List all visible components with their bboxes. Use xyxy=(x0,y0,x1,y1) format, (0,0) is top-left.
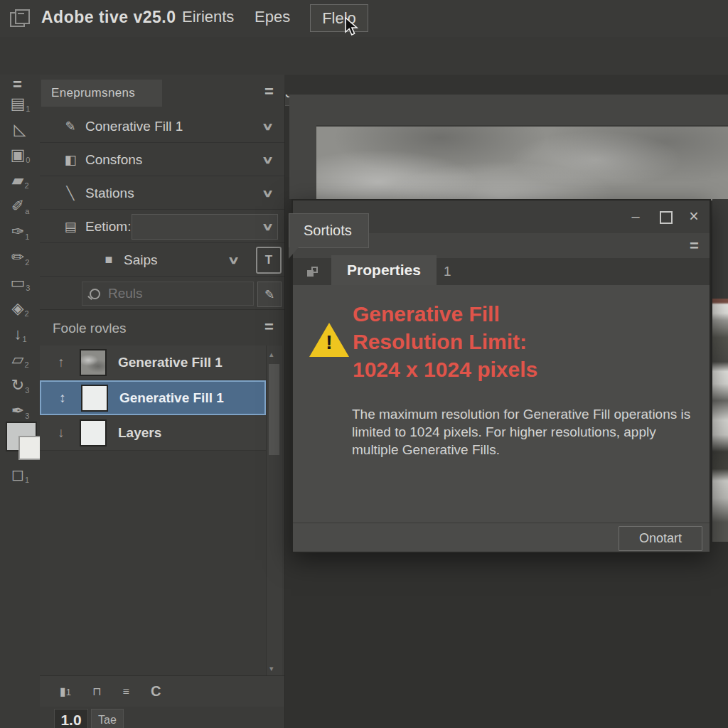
panel-row-saips[interactable]: ■ Saips ∨ T xyxy=(40,244,284,277)
dialog-hamburger-icon[interactable]: = xyxy=(690,240,699,252)
lines-icon[interactable]: ≡ xyxy=(123,685,129,698)
menu-bar: Adobe tive v25.0 Eirients Epes Flelo xyxy=(0,0,728,38)
photoshop-window: Adobe tive v25.0 Eirients Epes Flelo ⊡ :… xyxy=(0,0,728,728)
row-label: Eetiom: xyxy=(85,219,131,235)
tool-rotate[interactable]: ↻3 xyxy=(0,375,40,399)
panel-status-strip: ▮1 ⊓ ≡ C xyxy=(40,675,284,707)
mouse-cursor xyxy=(345,17,360,37)
body-line: limited to 1024 pixels. For higher resol… xyxy=(352,423,690,441)
panel-row-consfons[interactable]: ◧ Consfons ∨ xyxy=(40,144,284,176)
square-icon: ■ xyxy=(100,252,118,267)
app-title: Adobe tive v25.0 xyxy=(41,8,176,27)
dialog-body-text: The maximum resolution for Generative Fi… xyxy=(352,405,690,459)
row-label: Saips xyxy=(124,252,158,268)
confirm-button[interactable]: Onotart xyxy=(619,526,702,551)
canvas-image-sliver xyxy=(712,299,728,542)
tool-tiles[interactable]: ▤1 xyxy=(0,93,40,117)
tool-brush[interactable]: ✐a xyxy=(0,196,40,220)
line-icon: ╲ xyxy=(61,186,80,201)
crop-small-icon[interactable]: ⊓ xyxy=(92,685,101,698)
tool-shapes[interactable]: ◈2 xyxy=(0,298,40,322)
panel-hamburger-icon[interactable]: = xyxy=(264,86,274,97)
zoom-level[interactable]: 1.0 xyxy=(54,709,88,728)
layer-name: Generative Fill 1 xyxy=(118,355,223,370)
pen-icon: ✎ xyxy=(61,119,80,134)
search-input[interactable] xyxy=(107,285,230,302)
scroll-up-icon[interactable]: ▴ xyxy=(269,350,274,359)
layer-row-1[interactable]: ↑ Generative Fill 1 xyxy=(40,346,266,380)
canvas-top-strip xyxy=(284,75,728,95)
tab-properties[interactable]: Properties xyxy=(331,255,437,285)
zoom-status-row: 1.0 Tae xyxy=(40,707,284,728)
toolbar-hamburger-icon[interactable]: = xyxy=(13,79,22,90)
tools-sidebar: = ▤1 ◺ ▣0 ▰2 ✐a ✑1 ✏2 ▭3 ◈2 ↓1 ▱2 ↻3 ✒3 … xyxy=(0,75,41,728)
document-icon[interactable]: ▮1 xyxy=(60,685,71,698)
tool-knife[interactable]: ✒3 xyxy=(0,400,40,424)
tool-transform[interactable]: ◻1 xyxy=(0,464,40,488)
chevron-down-icon[interactable]: ∨ xyxy=(262,154,274,166)
eetiom-dropdown[interactable]: ∨ xyxy=(132,214,278,240)
tool-folder[interactable]: ▱2 xyxy=(0,349,40,373)
dialog-tab-row: Properties 1 xyxy=(293,258,710,285)
layer-thumbnail[interactable] xyxy=(80,419,107,446)
tab-sortiots[interactable]: Sortiots xyxy=(289,213,369,248)
title-line: Generative Fill xyxy=(353,300,537,328)
tool-document[interactable]: ▣0 xyxy=(0,144,40,168)
scrollbar-thumb[interactable] xyxy=(269,364,279,455)
panel-row-generative-fill[interactable]: ✎ Conerative Fill 1 ∨ xyxy=(40,110,284,143)
tool-pencil[interactable]: ✏2 xyxy=(0,247,40,271)
scroll-down-icon[interactable]: ▾ xyxy=(269,664,274,673)
tool-eraser[interactable]: ▰2 xyxy=(0,170,40,194)
layer-thumbnail[interactable] xyxy=(81,385,108,412)
panel-row-stations[interactable]: ╲ Stations ∨ xyxy=(40,177,284,210)
layers-scrollbar[interactable]: ▴ ▾ xyxy=(266,346,282,680)
layers-panel-header: Foole rovles xyxy=(40,313,284,344)
layer-row-2-selected[interactable]: ↕ Generative Fill 1 xyxy=(40,380,266,415)
tool-pen[interactable]: ✑1 xyxy=(0,221,40,245)
tool-rectangle[interactable]: ▭3 xyxy=(0,272,40,296)
search-icon xyxy=(90,289,100,299)
dialog-title: Generative Fill Resolution Limit: 1024 x… xyxy=(353,300,537,383)
tool-lasso[interactable]: ◺ xyxy=(0,119,40,143)
chevron-down-icon[interactable]: ∨ xyxy=(262,187,274,200)
warning-triangle-icon: ! xyxy=(309,323,349,357)
left-panel: Eneprumsnens = ✎ Conerative Fill 1 ∨ ◧ C… xyxy=(40,75,285,728)
body-line: The maximum resolution for Generative Fi… xyxy=(352,405,690,423)
layer-thumbnail[interactable] xyxy=(80,349,107,376)
squares-icon: ◧ xyxy=(61,152,80,168)
chevron-down-icon[interactable]: ∨ xyxy=(228,254,240,267)
card-icon: ▤ xyxy=(61,219,80,235)
menu-item-2[interactable]: Epes xyxy=(255,8,290,26)
close-button[interactable]: × xyxy=(685,209,702,223)
adjustments-panel-tab[interactable]: Eneprumsnens xyxy=(41,80,162,107)
panel-row-search: ✎ xyxy=(40,277,284,310)
chevron-down-icon: ∨ xyxy=(262,220,274,233)
canvas-image-clouds[interactable] xyxy=(316,125,728,200)
row-label: Conerative Fill 1 xyxy=(85,119,183,134)
panel-row-eetiom[interactable]: ▤ Eetiom: ∨ xyxy=(40,210,284,243)
minimize-button[interactable]: – xyxy=(627,209,644,223)
warning-dialog: – × = Properties 1 ! Generative Fill Res… xyxy=(291,199,711,553)
maximize-button[interactable] xyxy=(660,211,673,224)
layer-row-3[interactable]: ↓ Layers xyxy=(40,416,266,451)
chevron-down-icon[interactable]: ∨ xyxy=(262,120,274,133)
status-tag[interactable]: Tae xyxy=(91,709,124,728)
options-bar: ⊡ : Y Options ⚠ Gesu x 10224 pixels ∨ ⊞ … xyxy=(0,37,728,75)
app-logo-icon xyxy=(10,9,28,26)
arrow-down-icon: ↓ xyxy=(53,425,70,441)
canvas-right-gap xyxy=(712,199,728,299)
edit-pen-button[interactable]: ✎ xyxy=(257,282,282,307)
title-line: Resolution Limit: xyxy=(353,328,537,355)
search-box[interactable] xyxy=(82,282,254,306)
arrow-updown-icon: ↕ xyxy=(54,390,71,406)
title-line: 728 x 728 pixels xyxy=(353,355,537,383)
panel-dock-icon[interactable] xyxy=(307,267,318,277)
tab-sortiots-tail xyxy=(289,247,299,259)
text-tool-button[interactable]: T xyxy=(256,247,282,274)
arrow-up-icon: ↑ xyxy=(53,355,70,370)
tool-move-down[interactable]: ↓1 xyxy=(0,323,40,348)
layer-name: Layers xyxy=(118,425,161,441)
refresh-icon[interactable]: C xyxy=(151,683,161,700)
menu-item-1[interactable]: Eirients xyxy=(182,8,234,26)
layers-hamburger-icon[interactable]: = xyxy=(264,321,274,333)
